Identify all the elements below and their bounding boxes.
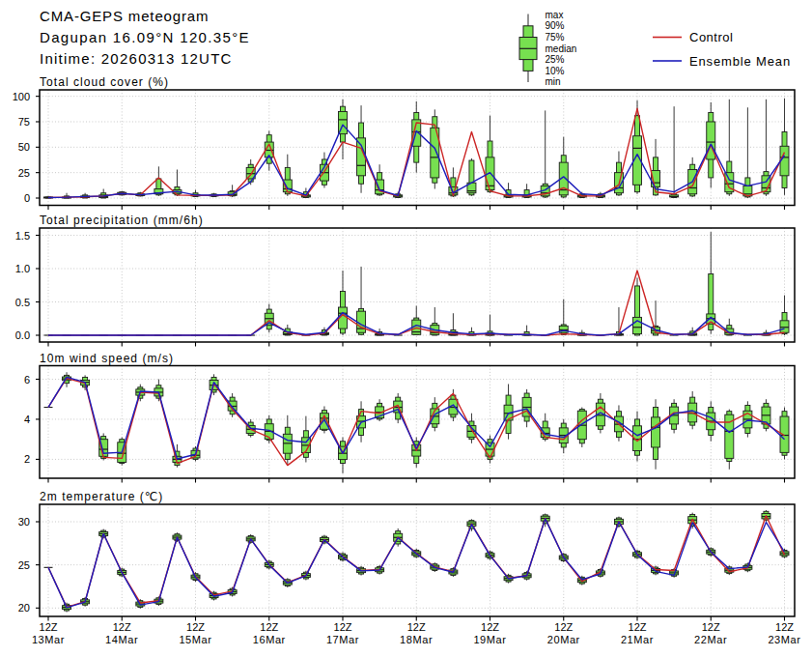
svg-text:25: 25 <box>18 559 30 571</box>
svg-text:1.5: 1.5 <box>15 230 30 242</box>
svg-text:23Mar: 23Mar <box>768 634 800 645</box>
svg-text:12Z: 12Z <box>186 621 205 633</box>
svg-text:12Z: 12Z <box>481 621 499 633</box>
svg-text:CMA-GEPS meteogram: CMA-GEPS meteogram <box>40 8 209 24</box>
svg-text:Control: Control <box>689 30 733 44</box>
svg-text:2m temperature (℃): 2m temperature (℃) <box>40 490 163 503</box>
svg-text:10%: 10% <box>546 66 565 76</box>
svg-text:max: max <box>546 10 564 20</box>
svg-text:12Z: 12Z <box>113 621 131 633</box>
svg-text:min: min <box>546 76 561 87</box>
svg-text:19Mar: 19Mar <box>473 634 506 645</box>
svg-text:12Z: 12Z <box>40 621 58 633</box>
svg-text:75: 75 <box>18 116 30 128</box>
svg-text:90%: 90% <box>546 20 565 31</box>
svg-text:median: median <box>546 43 577 54</box>
svg-text:4: 4 <box>24 414 30 425</box>
svg-text:Ensemble Mean: Ensemble Mean <box>689 54 791 69</box>
svg-text:Total precipitation (mm/6h): Total precipitation (mm/6h) <box>40 214 204 227</box>
svg-text:12Z: 12Z <box>629 621 647 633</box>
svg-text:0.5: 0.5 <box>15 297 30 308</box>
svg-text:14Mar: 14Mar <box>105 634 138 645</box>
svg-text:12Z: 12Z <box>554 621 573 633</box>
svg-text:12Z: 12Z <box>407 621 426 633</box>
svg-text:12Z: 12Z <box>334 621 352 633</box>
svg-text:22Mar: 22Mar <box>694 634 727 645</box>
svg-text:13Mar: 13Mar <box>32 634 65 645</box>
svg-text:25: 25 <box>18 167 30 179</box>
svg-text:21Mar: 21Mar <box>621 634 654 645</box>
svg-text:0: 0 <box>24 192 30 204</box>
svg-text:12Z: 12Z <box>775 621 794 633</box>
svg-text:25%: 25% <box>546 54 565 65</box>
svg-text:18Mar: 18Mar <box>400 634 433 645</box>
svg-text:30: 30 <box>18 516 30 528</box>
svg-text:16Mar: 16Mar <box>253 634 286 645</box>
svg-text:12Z: 12Z <box>702 621 720 633</box>
svg-text:10m wind speed (m/s): 10m wind speed (m/s) <box>40 352 174 365</box>
svg-text:0.0: 0.0 <box>15 329 30 341</box>
svg-text:20Mar: 20Mar <box>547 634 580 645</box>
svg-text:1.0: 1.0 <box>15 263 30 274</box>
svg-text:17Mar: 17Mar <box>326 634 359 645</box>
svg-text:2: 2 <box>24 453 30 465</box>
svg-text:50: 50 <box>18 141 30 153</box>
svg-text:Initime: 20260313 12UTC: Initime: 20260313 12UTC <box>40 50 233 67</box>
svg-text:Dagupan 16.09°N 120.35°E: Dagupan 16.09°N 120.35°E <box>40 29 250 45</box>
svg-text:20: 20 <box>18 602 30 614</box>
svg-text:6: 6 <box>24 374 30 386</box>
svg-text:15Mar: 15Mar <box>179 634 211 645</box>
svg-text:75%: 75% <box>546 32 565 43</box>
svg-text:Total cloud cover (%): Total cloud cover (%) <box>40 75 169 89</box>
svg-text:12Z: 12Z <box>260 621 278 633</box>
svg-text:100: 100 <box>13 91 30 102</box>
